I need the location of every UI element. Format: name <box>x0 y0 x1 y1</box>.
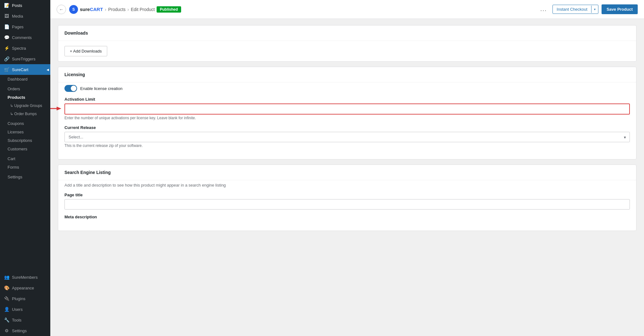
sidebar-item-users[interactable]: 👤 Users <box>0 304 50 315</box>
red-arrow-annotation <box>50 105 61 112</box>
sidebar-item-suretriggers[interactable]: 🔗 SureTriggers <box>0 53 50 64</box>
pages-icon: 📄 <box>4 24 9 30</box>
sidebar-item-comments[interactable]: 💬 Comments <box>0 32 50 43</box>
sidebar-item-appearance[interactable]: 🎨 Appearance <box>0 283 50 293</box>
sidebar-item-tools[interactable]: 🔧 Tools <box>0 315 50 325</box>
spectra-icon: ⚡ <box>4 45 9 51</box>
media-icon: 🖼 <box>4 13 9 19</box>
current-release-label: Current Release <box>64 125 630 130</box>
current-release-select-wrapper: Select... <box>64 132 630 142</box>
sidebar-submenu-products[interactable]: Products <box>0 93 50 102</box>
page-title-group: Page title <box>64 193 630 210</box>
activation-limit-input[interactable] <box>64 104 630 115</box>
suretriggers-icon: 🔗 <box>4 56 9 62</box>
breadcrumb: S sureCART › Products › Edit Product Pub… <box>69 5 181 14</box>
comments-icon: 💬 <box>4 35 9 40</box>
content-area: Downloads + Add Downloads Licensing Enab… <box>50 19 644 336</box>
plugins-icon: 🔌 <box>4 296 9 301</box>
meta-description-label: Meta description <box>64 215 630 219</box>
seo-card: Search Engine Listing Add a title and de… <box>58 165 636 231</box>
sidebar-submenu-forms[interactable]: Forms <box>0 163 50 171</box>
current-release-group: Current Release Select... This is the cu… <box>64 125 630 148</box>
main-wrapper: ← S sureCART › Products › Edit Product P… <box>50 0 644 336</box>
topbar: ← S sureCART › Products › Edit Product P… <box>50 0 644 19</box>
sidebar-submenu-cart[interactable]: Cart <box>0 154 50 163</box>
enable-license-toggle[interactable] <box>64 85 77 92</box>
activation-limit-group: Activation Limit Enter the number of uni… <box>64 97 630 120</box>
activation-limit-label: Activation Limit <box>64 97 630 102</box>
sidebar-item-suremembers[interactable]: 👥 SureMembers <box>0 272 50 283</box>
seo-description: Add a title and description to see how t… <box>64 183 630 188</box>
page-title-label: Page title <box>64 193 630 197</box>
seo-card-body: Add a title and description to see how t… <box>58 180 636 231</box>
settings-icon: ⚙ <box>4 328 9 333</box>
current-release-select[interactable]: Select... <box>64 132 630 142</box>
enable-license-toggle-row: Enable license creation <box>64 85 630 92</box>
sidebar-item-spectra[interactable]: ⚡ Spectra <box>0 43 50 53</box>
sidebar-submenu-customers[interactable]: Customers <box>0 145 50 153</box>
sidebar-submenu-upgrade-groups[interactable]: ↳ Upgrade Groups <box>0 102 50 110</box>
activation-limit-hint: Enter the number of unique activations p… <box>64 116 630 120</box>
current-release-hint: This is the current release zip of your … <box>64 143 630 148</box>
sidebar-submenu-licenses[interactable]: Licenses <box>0 128 50 136</box>
sidebar-item-media[interactable]: 🖼 Media <box>0 11 50 21</box>
save-product-button[interactable]: Save Product <box>602 4 638 14</box>
add-downloads-button[interactable]: + Add Downloads <box>64 46 107 56</box>
breadcrumb-products[interactable]: Products <box>108 7 125 12</box>
page-title-input[interactable] <box>64 199 630 210</box>
instant-checkout-dropdown-arrow[interactable]: ▾ <box>591 6 598 13</box>
svg-marker-0 <box>57 107 61 110</box>
suremembers-icon: 👥 <box>4 274 9 280</box>
licensing-card-title: Licensing <box>58 67 636 82</box>
sidebar-submenu-dashboard[interactable]: Dashboard <box>0 75 50 83</box>
sidebar-submenu-order-bumps[interactable]: ↳ Order Bumps <box>0 110 50 118</box>
meta-description-group: Meta description <box>64 215 630 219</box>
status-badge: Published <box>157 6 181 13</box>
tools-icon: 🔧 <box>4 317 9 323</box>
sidebar-submenu-settings[interactable]: Settings <box>0 173 50 181</box>
breadcrumb-edit-product[interactable]: Edit Product <box>131 7 155 12</box>
surecart-logo: S sureCART <box>69 5 103 14</box>
enable-license-label: Enable license creation <box>80 86 122 91</box>
sidebar-submenu-coupons[interactable]: Coupons <box>0 119 50 128</box>
downloads-card-title: Downloads <box>58 25 636 41</box>
licensing-card-body: Enable license creation Activation Limit <box>58 82 636 159</box>
sidebar-item-surecart[interactable]: 🛒 SureCart <box>0 64 50 75</box>
surecart-icon: 🛒 <box>4 67 9 72</box>
sidebar-submenu-orders[interactable]: Orders <box>0 85 50 93</box>
licensing-card: Licensing Enable license creation <box>58 67 636 160</box>
sidebar-item-settings[interactable]: ⚙ Settings <box>0 325 50 336</box>
logo-icon: S <box>69 5 78 14</box>
sidebar-submenu-subscriptions[interactable]: Subscriptions <box>0 136 50 145</box>
downloads-card: Downloads + Add Downloads <box>58 25 636 62</box>
seo-card-title: Search Engine Listing <box>58 165 636 180</box>
users-icon: 👤 <box>4 306 9 312</box>
back-button[interactable]: ← <box>57 5 66 14</box>
sidebar: 📝 Posts 🖼 Media 📄 Pages 💬 Comments ⚡ Spe… <box>0 0 50 336</box>
posts-icon: 📝 <box>4 3 9 8</box>
more-options-button[interactable]: ... <box>538 5 549 14</box>
sidebar-item-pages[interactable]: 📄 Pages <box>0 21 50 32</box>
sidebar-item-posts[interactable]: 📝 Posts <box>0 0 50 11</box>
sidebar-item-plugins[interactable]: 🔌 Plugins <box>0 293 50 304</box>
appearance-icon: 🎨 <box>4 285 9 291</box>
instant-checkout-button[interactable]: Instant Checkout ▾ <box>552 5 598 14</box>
main-content: Downloads + Add Downloads Licensing Enab… <box>50 19 644 336</box>
